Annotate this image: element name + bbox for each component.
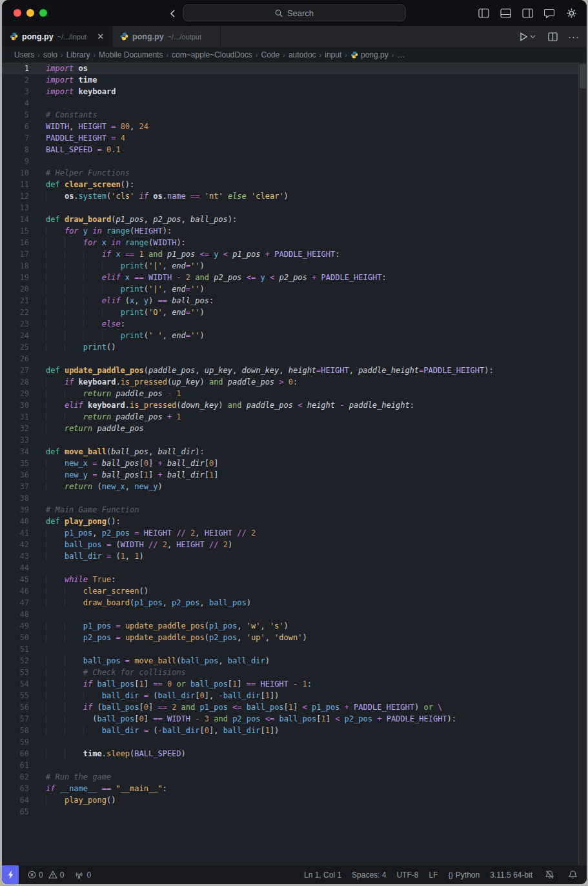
code-line[interactable]: 8BALL_SPEED = 0.1 [2, 144, 587, 156]
toggle-primary-sidebar-icon[interactable] [477, 6, 490, 19]
toggle-secondary-sidebar-icon[interactable] [521, 6, 534, 19]
line-number[interactable]: 20 [2, 283, 29, 295]
breadcrumb-item[interactable]: Library [66, 50, 90, 59]
split-editor-icon[interactable] [546, 30, 559, 43]
code-line[interactable]: 51 [2, 643, 587, 655]
line-number[interactable]: 37 [2, 481, 29, 492]
run-python-file-button[interactable] [518, 30, 538, 43]
breadcrumb-item[interactable]: autodoc [289, 50, 316, 59]
line-number[interactable]: 56 [2, 701, 29, 713]
code-line[interactable]: 10# Helper Functions [2, 167, 587, 179]
line-number[interactable]: 31 [2, 411, 29, 423]
code-line[interactable]: 14def draw_board(p1_pos, p2_pos, ball_po… [2, 214, 587, 225]
code-line[interactable]: 27def update_paddle_pos(paddle_pos, up_k… [2, 365, 587, 376]
code-line[interactable]: 41 p1_pos, p2_pos = HEIGHT // 2, HEIGHT … [2, 527, 587, 539]
breadcrumb-item[interactable]: com~apple~CloudDocs [172, 50, 252, 59]
line-number[interactable]: 63 [2, 783, 29, 794]
line-number[interactable]: 17 [2, 248, 29, 260]
code-line[interactable]: 13 [2, 202, 587, 214]
settings-gear-icon[interactable] [565, 6, 578, 19]
code-line[interactable]: 52 ball_pos = move_ball(ball_pos, ball_d… [2, 655, 587, 667]
code-line[interactable]: 6WIDTH, HEIGHT = 80, 24 [2, 121, 587, 132]
code-line[interactable]: 30 elif keyboard.is_pressed(down_key) an… [2, 399, 587, 411]
line-number[interactable]: 34 [2, 446, 29, 458]
line-number[interactable]: 54 [2, 678, 29, 690]
code-line[interactable]: 54 if ball_pos[1] == 0 or ball_pos[1] ==… [2, 678, 587, 690]
code-line[interactable]: 15 for y in range(HEIGHT): [2, 225, 587, 237]
code-line[interactable]: 33 [2, 434, 587, 446]
toggle-panel-icon[interactable] [499, 6, 512, 19]
code-line[interactable]: 4 [2, 97, 587, 109]
code-line[interactable]: 9 [2, 156, 587, 167]
code-line[interactable]: 36 new_y = ball_pos[1] + ball_dir[1] [2, 469, 587, 481]
close-tab-icon[interactable]: ✕ [97, 32, 104, 41]
line-number[interactable]: 6 [2, 121, 29, 132]
code-line[interactable]: 26 [2, 353, 587, 365]
close-window-button[interactable] [14, 9, 21, 17]
code-line[interactable]: 56 if (ball_pos[0] == 2 and p1_pos <= ba… [2, 701, 587, 713]
code-line[interactable]: 7PADDLE_HEIGHT = 4 [2, 132, 587, 144]
line-number[interactable]: 2 [2, 74, 29, 86]
line-number[interactable]: 23 [2, 318, 29, 330]
line-number[interactable]: 32 [2, 423, 29, 434]
code-line[interactable]: 35 new_x = ball_pos[0] + ball_dir[0] [2, 458, 587, 469]
code-line[interactable]: 24 print(' ', end='') [2, 330, 587, 341]
line-number[interactable]: 11 [2, 179, 29, 190]
code-line[interactable]: 39# Main Game Function [2, 504, 587, 516]
cursor-position[interactable]: Ln 1, Col 1 [304, 871, 341, 880]
line-number[interactable]: 61 [2, 760, 29, 771]
notifications-bell-icon[interactable] [566, 869, 579, 881]
code-line[interactable]: 60 time.sleep(BALL_SPEED) [2, 748, 587, 760]
code-line[interactable]: 31 return paddle_pos + 1 [2, 411, 587, 423]
line-number[interactable]: 9 [2, 156, 29, 167]
line-number[interactable]: 27 [2, 365, 29, 376]
line-number[interactable]: 44 [2, 562, 29, 574]
code-line[interactable]: 43 ball_dir = (1, 1) [2, 550, 587, 562]
line-number[interactable]: 18 [2, 260, 29, 272]
breadcrumb-item[interactable]: Mobile Documents [99, 50, 163, 59]
line-number[interactable]: 3 [2, 86, 29, 97]
code-line[interactable]: 45 while True: [2, 574, 587, 585]
code-line[interactable]: 46 clear_screen() [2, 585, 587, 597]
line-number[interactable]: 60 [2, 748, 29, 760]
line-number[interactable]: 43 [2, 550, 29, 562]
code-line[interactable]: 59 [2, 736, 587, 748]
line-number[interactable]: 64 [2, 794, 29, 806]
code-line[interactable]: 32 return paddle_pos [2, 423, 587, 434]
code-line[interactable]: 18 print('|', end='') [2, 260, 587, 272]
line-number[interactable]: 8 [2, 144, 29, 156]
line-number[interactable]: 57 [2, 713, 29, 725]
breadcrumb-item[interactable]: Users [14, 50, 34, 59]
breadcrumb-item[interactable]: Code [261, 50, 280, 59]
code-line[interactable]: 19 elif x == WIDTH - 2 and p2_pos <= y <… [2, 272, 587, 283]
code-line[interactable]: 2import time [2, 74, 587, 86]
code-line[interactable]: 21 elif (x, y) == ball_pos: [2, 295, 587, 307]
line-number[interactable]: 26 [2, 353, 29, 365]
code-line[interactable]: 40def play_pong(): [2, 516, 587, 527]
line-number[interactable]: 15 [2, 225, 29, 237]
tab-pong-output[interactable]: pong.py ~/.../output [112, 26, 221, 47]
code-line[interactable]: 38 [2, 492, 587, 504]
code-line[interactable]: 50 p2_pos = update_paddle_pos(p2_pos, 'u… [2, 632, 587, 643]
breadcrumb-item[interactable]: pong.py [350, 50, 389, 59]
code-line[interactable]: 34def move_ball(ball_pos, ball_dir): [2, 446, 587, 458]
line-number[interactable]: 12 [2, 190, 29, 202]
line-number[interactable]: 41 [2, 527, 29, 539]
zoom-window-button[interactable] [39, 9, 47, 17]
line-number[interactable]: 38 [2, 492, 29, 504]
line-number[interactable]: 65 [2, 806, 29, 818]
bell-slash-icon[interactable] [543, 869, 556, 881]
line-number[interactable]: 58 [2, 725, 29, 736]
line-number[interactable]: 49 [2, 620, 29, 632]
line-number[interactable]: 35 [2, 458, 29, 469]
python-runtime-version[interactable]: 3.11.5 64-bit [490, 871, 532, 880]
code-line[interactable]: 5# Constants [2, 109, 587, 121]
line-number[interactable]: 22 [2, 307, 29, 318]
line-number[interactable]: 45 [2, 574, 29, 585]
code-line[interactable]: 37 return (new_x, new_y) [2, 481, 587, 492]
line-number[interactable]: 28 [2, 376, 29, 388]
code-line[interactable]: 44 [2, 562, 587, 574]
code-line[interactable]: 25 print() [2, 341, 587, 353]
line-number[interactable]: 55 [2, 690, 29, 701]
code-line[interactable]: 47 draw_board(p1_pos, p2_pos, ball_pos) [2, 597, 587, 609]
